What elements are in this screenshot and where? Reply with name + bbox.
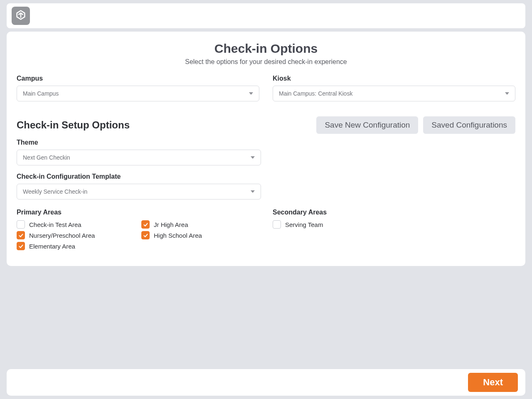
campus-select[interactable]: Main Campus (17, 86, 259, 101)
area-label: High School Area (154, 232, 202, 239)
rock-rms-logo-icon (15, 9, 27, 22)
save-new-configuration-button[interactable]: Save New Configuration (316, 116, 418, 134)
theme-select[interactable]: Next Gen Checkin (17, 150, 261, 165)
campus-value: Main Campus (23, 90, 59, 97)
campus-kiosk-row: Campus Main Campus Kiosk Main Campus: Ce… (17, 75, 515, 101)
area-checkbox-item[interactable]: Elementary Area (17, 242, 135, 250)
area-checkbox-item[interactable]: Check-in Test Area (17, 220, 135, 229)
setup-options-header: Check-in Setup Options Save New Configur… (17, 116, 515, 134)
kiosk-select[interactable]: Main Campus: Central Kiosk (273, 86, 515, 101)
checkbox-checked-icon (17, 231, 25, 239)
checkbox-checked-icon (17, 242, 25, 250)
checkbox-checked-icon (141, 220, 150, 229)
checkbox-unchecked-icon (273, 220, 281, 229)
area-label: Check-in Test Area (29, 221, 81, 228)
checkbox-checked-icon (141, 231, 150, 239)
primary-areas-grid: Check-in Test AreaNursery/Preschool Area… (17, 220, 259, 253)
area-checkbox-item[interactable]: Jr High Area (141, 220, 259, 229)
theme-field: Theme Next Gen Checkin (17, 139, 261, 165)
footer-bar: Next (7, 369, 525, 396)
secondary-areas-list: Serving Team (273, 220, 515, 229)
campus-field: Campus Main Campus (17, 75, 259, 101)
areas-row: Primary Areas Check-in Test AreaNursery/… (17, 209, 515, 253)
checkbox-unchecked-icon (17, 220, 25, 229)
template-field: Check-in Configuration Template Weekly S… (17, 173, 261, 200)
template-value: Weekly Service Check-in (23, 188, 87, 195)
next-button[interactable]: Next (468, 373, 518, 392)
chevron-down-icon (251, 190, 255, 193)
secondary-areas-heading: Secondary Areas (273, 209, 515, 216)
primary-areas-subcol-a: Check-in Test AreaNursery/Preschool Area… (17, 220, 135, 253)
primary-areas-subcol-b: Jr High AreaHigh School Area (141, 220, 259, 253)
theme-label: Theme (17, 139, 261, 146)
secondary-areas-col: Secondary Areas Serving Team (273, 209, 515, 253)
top-bar (7, 3, 525, 28)
theme-value: Next Gen Checkin (23, 154, 70, 161)
page-subtitle: Select the options for your desired chec… (17, 58, 515, 66)
area-checkbox-item[interactable]: High School Area (141, 231, 259, 239)
area-label: Nursery/Preschool Area (29, 232, 95, 239)
primary-areas-heading: Primary Areas (17, 209, 259, 216)
page-title: Check-in Options (17, 42, 515, 56)
kiosk-label: Kiosk (273, 75, 515, 82)
saved-configurations-button[interactable]: Saved Configurations (423, 116, 515, 134)
setup-options-heading: Check-in Setup Options (17, 119, 130, 131)
kiosk-field: Kiosk Main Campus: Central Kiosk (273, 75, 515, 101)
area-checkbox-item[interactable]: Nursery/Preschool Area (17, 231, 135, 239)
config-buttons: Save New Configuration Saved Configurati… (316, 116, 515, 134)
area-label: Jr High Area (154, 221, 188, 228)
main-card: Check-in Options Select the options for … (7, 32, 525, 266)
template-label: Check-in Configuration Template (17, 173, 261, 180)
area-label: Elementary Area (29, 243, 75, 250)
area-checkbox-item[interactable]: Serving Team (273, 220, 515, 229)
area-label: Serving Team (285, 221, 323, 228)
campus-label: Campus (17, 75, 259, 82)
template-select[interactable]: Weekly Service Check-in (17, 184, 261, 200)
chevron-down-icon (505, 92, 509, 95)
kiosk-value: Main Campus: Central Kiosk (279, 90, 352, 97)
chevron-down-icon (249, 92, 253, 95)
primary-areas-col: Primary Areas Check-in Test AreaNursery/… (17, 209, 259, 253)
app-logo (12, 7, 30, 25)
chevron-down-icon (251, 156, 255, 159)
